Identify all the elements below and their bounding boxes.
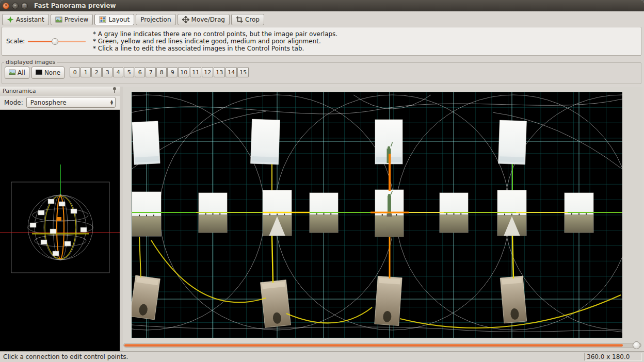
scale-slider-fill xyxy=(28,41,55,42)
pin-icon[interactable] xyxy=(112,87,117,95)
tab-crop[interactable]: Crop xyxy=(231,14,264,25)
images-none-icon xyxy=(36,69,42,76)
image-thumbnail[interactable] xyxy=(132,121,160,165)
canvas-scroll-handle[interactable] xyxy=(633,341,640,349)
fast-panorama-preview-window: ✕ – ▢ Fast Panorama preview Assistant Pr… xyxy=(0,0,644,362)
scale-slider-handle[interactable] xyxy=(52,38,58,45)
image-toggle-0[interactable]: 0 xyxy=(70,67,80,77)
image-toggle-11[interactable]: 11 xyxy=(190,67,201,77)
image-toggle-7[interactable]: 7 xyxy=(146,67,156,77)
layout-canvas-area xyxy=(123,87,642,351)
window-title: Fast Panorama preview xyxy=(34,2,116,9)
panel-title: Panoramica xyxy=(3,88,36,94)
tab-label: Move/Drag xyxy=(191,16,225,23)
status-bar: Click a connection to edit control point… xyxy=(0,351,644,362)
image-toggle-8[interactable]: 8 xyxy=(156,67,167,77)
minimize-button[interactable]: – xyxy=(12,3,19,9)
image-toggle-9[interactable]: 9 xyxy=(167,67,178,77)
mode-combobox[interactable]: Panosphere ▲▼ xyxy=(26,97,116,108)
layout-canvas[interactable] xyxy=(132,92,622,338)
image-toggle-6[interactable]: 6 xyxy=(135,67,145,77)
image-toggle-14[interactable]: 14 xyxy=(226,67,237,77)
close-button[interactable]: ✕ xyxy=(3,3,9,9)
move-drag-icon xyxy=(182,16,189,23)
maximize-button[interactable]: ▢ xyxy=(21,3,28,9)
assistant-icon xyxy=(7,16,14,23)
note-line: * Click a line to edit the associated im… xyxy=(93,45,337,52)
tab-label: Assistant xyxy=(16,16,44,23)
tab-layout[interactable]: Layout xyxy=(94,14,134,25)
tab-bar: Assistant Preview Layout Projection Move… xyxy=(2,12,264,25)
image-thumbnail[interactable] xyxy=(261,280,291,328)
mode-value: Panosphere xyxy=(30,99,67,106)
image-thumbnail[interactable] xyxy=(500,276,527,323)
scale-slider[interactable] xyxy=(28,38,86,45)
images-all-icon xyxy=(9,69,15,76)
displayed-images-group: displayed images All None 01234567891011… xyxy=(2,62,641,84)
mode-row: Mode: Panosphere ▲▼ xyxy=(0,95,120,110)
image-toggle-1[interactable]: 1 xyxy=(81,67,91,77)
tab-label: Projection xyxy=(140,16,171,23)
mode-label: Mode: xyxy=(4,99,23,106)
image-thumbnail[interactable] xyxy=(375,276,402,325)
tab-label: Layout xyxy=(108,16,130,23)
note-line: * A gray line indicates there are no con… xyxy=(93,30,337,38)
none-button[interactable]: None xyxy=(31,67,65,79)
image-thumbnail[interactable] xyxy=(251,119,280,164)
tab-assistant[interactable]: Assistant xyxy=(2,14,49,25)
image-thumbnail[interactable] xyxy=(132,192,161,236)
image-toggle-12[interactable]: 12 xyxy=(202,67,213,77)
tab-move-drag[interactable]: Move/Drag xyxy=(178,14,230,25)
status-message: Click a connection to edit control point… xyxy=(3,353,128,360)
image-toggle-row: 0123456789101112131415 xyxy=(70,67,249,77)
image-toggle-15[interactable]: 15 xyxy=(237,67,249,77)
legend-notes: * A gray line indicates there are no con… xyxy=(93,30,337,52)
canvas-scrollbar[interactable] xyxy=(123,343,641,348)
image-toggle-5[interactable]: 5 xyxy=(124,67,134,77)
displayed-images-label: displayed images xyxy=(4,59,57,65)
canvas-dimensions: 360.0 x 180.0 xyxy=(584,353,642,361)
info-panel: Scale: * A gray line indicates there are… xyxy=(2,27,641,56)
tab-preview[interactable]: Preview xyxy=(51,14,93,25)
titlebar[interactable]: ✕ – ▢ Fast Panorama preview xyxy=(0,0,644,11)
canvas-scrollbar-fill xyxy=(124,344,623,347)
image-toggle-10[interactable]: 10 xyxy=(178,67,189,77)
all-button[interactable]: All xyxy=(5,67,29,79)
preview-icon xyxy=(55,16,62,23)
panorama-mode-panel: Panoramica Mode: Panosphere ▲▼ xyxy=(0,87,120,351)
crop-icon xyxy=(236,16,243,23)
image-toggle-4[interactable]: 4 xyxy=(113,67,123,77)
panosphere-preview[interactable] xyxy=(0,110,120,351)
combo-spin-icon[interactable]: ▲▼ xyxy=(110,100,113,105)
panel-header: Panoramica xyxy=(0,87,120,95)
image-thumbnail[interactable] xyxy=(498,120,527,164)
sphere-highlight-thumb xyxy=(57,217,61,221)
image-toggle-2[interactable]: 2 xyxy=(91,67,102,77)
tab-label: Preview xyxy=(65,16,89,23)
image-toggle-13[interactable]: 13 xyxy=(214,67,225,77)
layout-icon xyxy=(99,16,106,23)
note-line: * Green, yellow and red lines indicate g… xyxy=(93,38,337,45)
tab-projection[interactable]: Projection xyxy=(136,14,175,25)
image-toggle-3[interactable]: 3 xyxy=(102,67,112,77)
scale-label: Scale: xyxy=(6,38,25,45)
tab-label: Crop xyxy=(245,16,260,23)
